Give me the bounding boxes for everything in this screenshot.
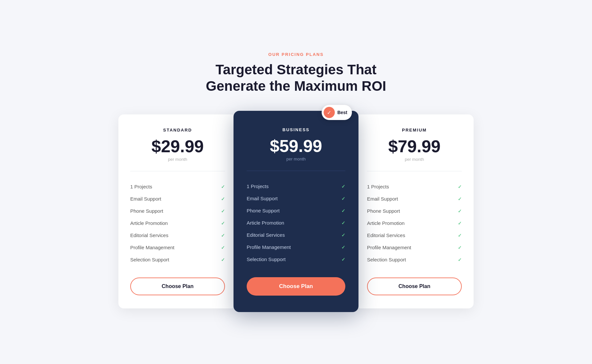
plan-period: per month [367,157,462,162]
feature-label: Selection Support [130,257,169,262]
feature-item: Email Support ✓ [247,192,345,205]
header-subtitle: OUR PRICING PLANS [206,52,386,57]
feature-item: Selection Support ✓ [130,254,225,266]
feature-item: 1 Projects ✓ [130,181,225,193]
choose-plan-button[interactable]: Choose Plan [247,277,345,296]
feature-item: 1 Projects ✓ [247,180,345,192]
feature-item: Article Promotion ✓ [247,217,345,229]
feature-item: Selection Support ✓ [367,254,462,266]
feature-item: Phone Support ✓ [367,205,462,217]
feature-label: Email Support [367,196,398,202]
feature-label: Email Support [247,196,278,201]
feature-item: Phone Support ✓ [130,205,225,217]
feature-item: Email Support ✓ [130,193,225,205]
feature-label: 1 Projects [247,183,269,189]
feature-label: Editorial Services [247,232,285,238]
feature-check-icon: ✓ [341,232,345,238]
feature-check-icon: ✓ [341,257,345,262]
feature-label: 1 Projects [367,184,389,189]
feature-check-icon: ✓ [221,233,225,238]
plan-divider [367,171,462,171]
feature-label: 1 Projects [130,184,152,189]
feature-item: Editorial Services ✓ [130,229,225,241]
features-list: 1 Projects ✓ Email Support ✓ Phone Suppo… [247,180,345,265]
feature-check-icon: ✓ [221,184,225,189]
header-title: Targeted Strategies That Generate the Ma… [206,61,386,95]
feature-item: Article Promotion ✓ [130,217,225,229]
feature-check-icon: ✓ [221,196,225,202]
feature-label: Profile Management [130,245,174,250]
feature-item: Profile Management ✓ [367,241,462,254]
feature-check-icon: ✓ [458,233,462,238]
feature-item: Profile Management ✓ [247,241,345,253]
plan-divider [247,171,345,171]
plan-name: STANDARD [130,128,225,133]
feature-item: Article Promotion ✓ [367,217,462,229]
feature-label: Phone Support [247,208,280,213]
feature-check-icon: ✓ [458,257,462,262]
features-list: 1 Projects ✓ Email Support ✓ Phone Suppo… [130,181,225,266]
feature-label: Editorial Services [367,232,405,238]
page-header: OUR PRICING PLANS Targeted Strategies Th… [206,52,386,95]
plan-divider [130,171,225,171]
feature-check-icon: ✓ [458,245,462,250]
feature-label: Editorial Services [130,232,168,238]
feature-check-icon: ✓ [221,245,225,250]
feature-label: Selection Support [247,256,285,262]
best-badge-icon: ✓ [324,107,335,118]
best-badge: ✓ Best [322,105,352,120]
feature-check-icon: ✓ [221,257,225,262]
plan-period: per month [247,157,345,161]
feature-check-icon: ✓ [341,208,345,213]
plan-name: PREMIUM [367,128,462,133]
feature-item: Email Support ✓ [367,193,462,205]
pricing-cards: STANDARD $29.99 per month 1 Projects ✓ E… [118,111,474,312]
feature-check-icon: ✓ [458,196,462,202]
feature-check-icon: ✓ [341,196,345,201]
feature-label: Phone Support [367,208,400,214]
feature-check-icon: ✓ [458,221,462,226]
best-badge-text: Best [337,110,347,115]
feature-check-icon: ✓ [341,245,345,250]
plan-price: $79.99 [367,138,462,155]
feature-label: Profile Management [247,244,291,250]
feature-item: Editorial Services ✓ [367,229,462,241]
feature-label: Phone Support [130,208,163,214]
plan-price: $29.99 [130,138,225,155]
feature-label: Article Promotion [367,220,405,226]
feature-check-icon: ✓ [221,221,225,226]
feature-item: Editorial Services ✓ [247,229,345,241]
feature-label: Selection Support [367,257,406,262]
feature-label: Article Promotion [247,220,284,226]
plan-name: BUSINESS [247,127,345,132]
features-list: 1 Projects ✓ Email Support ✓ Phone Suppo… [367,181,462,266]
feature-check-icon: ✓ [341,220,345,226]
feature-item: Phone Support ✓ [247,205,345,217]
plan-period: per month [130,157,225,162]
feature-label: Article Promotion [130,220,168,226]
feature-item: Selection Support ✓ [247,253,345,265]
plan-card-premium: PREMIUM $79.99 per month 1 Projects ✓ Em… [355,114,474,308]
plan-price: $59.99 [247,137,345,155]
feature-check-icon: ✓ [458,208,462,214]
choose-plan-button[interactable]: Choose Plan [367,278,462,295]
feature-item: 1 Projects ✓ [367,181,462,193]
plan-card-business: ✓ Best BUSINESS $59.99 per month 1 Proje… [234,111,358,312]
choose-plan-button[interactable]: Choose Plan [130,278,225,295]
feature-item: Profile Management ✓ [130,241,225,254]
feature-check-icon: ✓ [458,184,462,189]
feature-label: Profile Management [367,245,411,250]
feature-label: Email Support [130,196,161,202]
feature-check-icon: ✓ [221,208,225,214]
feature-check-icon: ✓ [341,184,345,189]
plan-card-standard: STANDARD $29.99 per month 1 Projects ✓ E… [118,114,237,308]
